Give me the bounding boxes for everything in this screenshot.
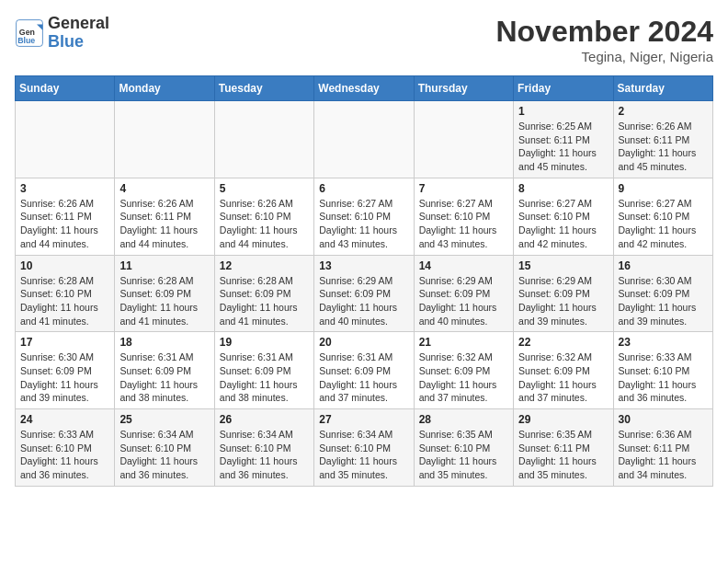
calendar-day-cell (314, 101, 414, 178)
calendar-day-cell: 20Sunrise: 6:31 AM Sunset: 6:09 PM Dayli… (314, 332, 414, 409)
day-info: Sunrise: 6:30 AM Sunset: 6:09 PM Dayligh… (619, 274, 708, 328)
day-info: Sunrise: 6:34 AM Sunset: 6:10 PM Dayligh… (220, 428, 309, 482)
day-info: Sunrise: 6:29 AM Sunset: 6:09 PM Dayligh… (518, 274, 608, 328)
day-info: Sunrise: 6:26 AM Sunset: 6:11 PM Dayligh… (119, 197, 209, 251)
day-info: Sunrise: 6:29 AM Sunset: 6:09 PM Dayligh… (419, 274, 508, 328)
day-info: Sunrise: 6:27 AM Sunset: 6:10 PM Dayligh… (619, 197, 708, 251)
day-number: 16 (619, 259, 708, 272)
day-number: 14 (419, 259, 508, 272)
day-number: 22 (518, 336, 608, 349)
calendar-day-cell: 4Sunrise: 6:26 AM Sunset: 6:11 PM Daylig… (115, 178, 214, 255)
day-number: 5 (220, 182, 309, 195)
day-info: Sunrise: 6:31 AM Sunset: 6:09 PM Dayligh… (119, 350, 209, 405)
day-info: Sunrise: 6:33 AM Sunset: 6:10 PM Dayligh… (20, 428, 109, 482)
day-info: Sunrise: 6:26 AM Sunset: 6:11 PM Dayligh… (619, 120, 708, 174)
calendar-day-cell: 25Sunrise: 6:34 AM Sunset: 6:10 PM Dayli… (115, 409, 214, 487)
calendar-week-row: 10Sunrise: 6:28 AM Sunset: 6:10 PM Dayli… (16, 255, 713, 332)
day-number: 30 (619, 413, 708, 426)
weekday-header: Thursday (414, 76, 513, 101)
logo-blue-text: Blue (48, 33, 109, 52)
day-info: Sunrise: 6:35 AM Sunset: 6:10 PM Dayligh… (419, 428, 508, 482)
location-text: Tegina, Niger, Nigeria (495, 49, 713, 64)
weekday-header: Sunday (16, 76, 115, 101)
calendar-day-cell: 5Sunrise: 6:26 AM Sunset: 6:10 PM Daylig… (214, 178, 313, 255)
calendar-day-cell: 11Sunrise: 6:28 AM Sunset: 6:09 PM Dayli… (115, 255, 214, 332)
svg-text:Blue: Blue (17, 36, 35, 45)
day-number: 15 (518, 259, 608, 272)
day-info: Sunrise: 6:27 AM Sunset: 6:10 PM Dayligh… (319, 197, 408, 251)
calendar-week-row: 3Sunrise: 6:26 AM Sunset: 6:11 PM Daylig… (16, 178, 713, 255)
weekday-header: Tuesday (214, 76, 313, 101)
calendar-day-cell: 29Sunrise: 6:35 AM Sunset: 6:11 PM Dayli… (514, 409, 613, 487)
page-header: Gen Blue General Blue November 2024 Tegi… (15, 15, 713, 64)
day-info: Sunrise: 6:32 AM Sunset: 6:09 PM Dayligh… (419, 350, 508, 405)
day-info: Sunrise: 6:25 AM Sunset: 6:11 PM Dayligh… (518, 120, 608, 174)
calendar-day-cell (214, 101, 313, 178)
day-number: 21 (419, 336, 508, 349)
day-number: 19 (220, 336, 309, 349)
calendar-day-cell: 24Sunrise: 6:33 AM Sunset: 6:10 PM Dayli… (16, 409, 115, 487)
calendar-day-cell: 18Sunrise: 6:31 AM Sunset: 6:09 PM Dayli… (115, 332, 214, 409)
title-section: November 2024 Tegina, Niger, Nigeria (495, 15, 713, 64)
calendar-week-row: 24Sunrise: 6:33 AM Sunset: 6:10 PM Dayli… (16, 409, 713, 487)
day-info: Sunrise: 6:28 AM Sunset: 6:09 PM Dayligh… (220, 274, 309, 328)
day-info: Sunrise: 6:35 AM Sunset: 6:11 PM Dayligh… (518, 428, 608, 482)
calendar-day-cell: 3Sunrise: 6:26 AM Sunset: 6:11 PM Daylig… (16, 178, 115, 255)
day-number: 13 (319, 259, 408, 272)
calendar-header-row: SundayMondayTuesdayWednesdayThursdayFrid… (16, 76, 713, 101)
calendar-day-cell (414, 101, 513, 178)
calendar-day-cell: 1Sunrise: 6:25 AM Sunset: 6:11 PM Daylig… (514, 101, 613, 178)
calendar-day-cell: 16Sunrise: 6:30 AM Sunset: 6:09 PM Dayli… (613, 255, 712, 332)
day-info: Sunrise: 6:34 AM Sunset: 6:10 PM Dayligh… (319, 428, 408, 482)
day-info: Sunrise: 6:26 AM Sunset: 6:11 PM Dayligh… (20, 197, 109, 251)
calendar-day-cell: 22Sunrise: 6:32 AM Sunset: 6:09 PM Dayli… (514, 332, 613, 409)
day-number: 17 (20, 336, 109, 349)
day-info: Sunrise: 6:27 AM Sunset: 6:10 PM Dayligh… (518, 197, 608, 251)
day-number: 1 (518, 105, 608, 118)
day-number: 28 (419, 413, 508, 426)
calendar-day-cell: 27Sunrise: 6:34 AM Sunset: 6:10 PM Dayli… (314, 409, 414, 487)
weekday-header: Monday (115, 76, 214, 101)
calendar-day-cell: 26Sunrise: 6:34 AM Sunset: 6:10 PM Dayli… (214, 409, 313, 487)
calendar-day-cell: 2Sunrise: 6:26 AM Sunset: 6:11 PM Daylig… (613, 101, 712, 178)
day-info: Sunrise: 6:28 AM Sunset: 6:09 PM Dayligh… (119, 274, 209, 328)
day-number: 11 (119, 259, 209, 272)
calendar-day-cell: 23Sunrise: 6:33 AM Sunset: 6:10 PM Dayli… (613, 332, 712, 409)
day-info: Sunrise: 6:30 AM Sunset: 6:09 PM Dayligh… (20, 350, 109, 405)
day-number: 26 (220, 413, 309, 426)
day-number: 27 (319, 413, 408, 426)
calendar-day-cell (115, 101, 214, 178)
day-info: Sunrise: 6:36 AM Sunset: 6:11 PM Dayligh… (619, 428, 708, 482)
day-number: 6 (319, 182, 408, 195)
day-info: Sunrise: 6:33 AM Sunset: 6:10 PM Dayligh… (619, 350, 708, 405)
calendar-day-cell: 6Sunrise: 6:27 AM Sunset: 6:10 PM Daylig… (314, 178, 414, 255)
weekday-header: Saturday (613, 76, 712, 101)
day-number: 23 (619, 336, 708, 349)
day-info: Sunrise: 6:32 AM Sunset: 6:09 PM Dayligh… (518, 350, 608, 405)
svg-text:Gen: Gen (19, 27, 35, 36)
month-title: November 2024 (495, 15, 713, 49)
calendar-day-cell: 10Sunrise: 6:28 AM Sunset: 6:10 PM Dayli… (16, 255, 115, 332)
day-info: Sunrise: 6:31 AM Sunset: 6:09 PM Dayligh… (220, 350, 309, 405)
calendar-day-cell (16, 101, 115, 178)
calendar-day-cell: 15Sunrise: 6:29 AM Sunset: 6:09 PM Dayli… (514, 255, 613, 332)
day-info: Sunrise: 6:27 AM Sunset: 6:10 PM Dayligh… (419, 197, 508, 251)
day-info: Sunrise: 6:34 AM Sunset: 6:10 PM Dayligh… (119, 428, 209, 482)
day-number: 7 (419, 182, 508, 195)
day-number: 25 (119, 413, 209, 426)
weekday-header: Friday (514, 76, 613, 101)
calendar-day-cell: 14Sunrise: 6:29 AM Sunset: 6:09 PM Dayli… (414, 255, 513, 332)
day-number: 18 (119, 336, 209, 349)
day-info: Sunrise: 6:31 AM Sunset: 6:09 PM Dayligh… (319, 350, 408, 405)
calendar-day-cell: 30Sunrise: 6:36 AM Sunset: 6:11 PM Dayli… (613, 409, 712, 487)
calendar-day-cell: 7Sunrise: 6:27 AM Sunset: 6:10 PM Daylig… (414, 178, 513, 255)
calendar-day-cell: 21Sunrise: 6:32 AM Sunset: 6:09 PM Dayli… (414, 332, 513, 409)
day-number: 3 (20, 182, 109, 195)
logo-icon: Gen Blue (15, 18, 44, 48)
day-info: Sunrise: 6:29 AM Sunset: 6:09 PM Dayligh… (319, 274, 408, 328)
day-number: 10 (20, 259, 109, 272)
calendar-day-cell: 13Sunrise: 6:29 AM Sunset: 6:09 PM Dayli… (314, 255, 414, 332)
day-number: 8 (518, 182, 608, 195)
calendar-table: SundayMondayTuesdayWednesdayThursdayFrid… (15, 75, 713, 487)
day-number: 2 (619, 105, 708, 118)
